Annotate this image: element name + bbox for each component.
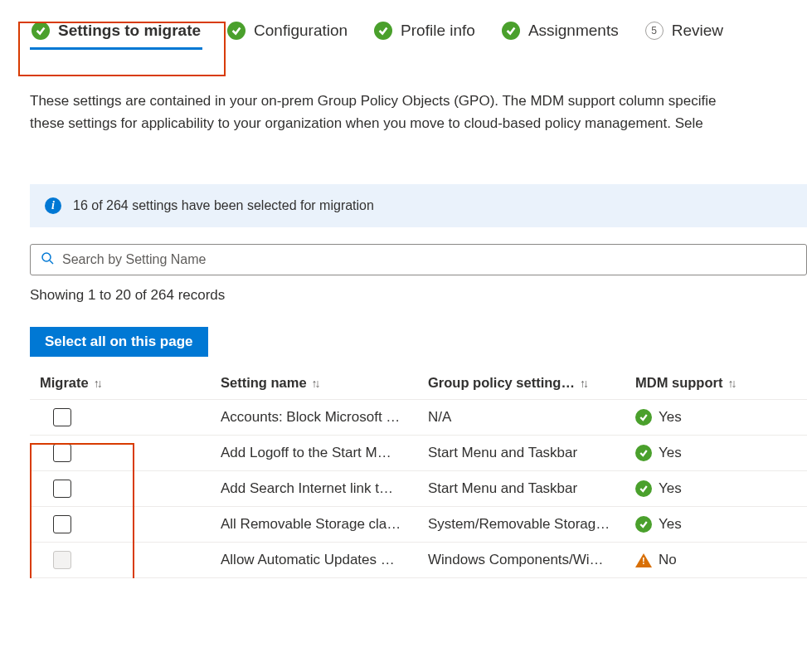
tab-profile-info[interactable]: Profile info (372, 15, 477, 46)
tab-settings-to-migrate[interactable]: Settings to migrate (30, 15, 202, 46)
description-text: These settings are contained in your on-… (30, 90, 807, 134)
migrate-checkbox (53, 551, 71, 569)
tab-label: Review (672, 22, 723, 40)
success-icon (635, 480, 652, 497)
search-input[interactable] (62, 252, 796, 267)
tab-review[interactable]: 5 Review (644, 15, 725, 46)
table-row: Allow Automatic Updates … Windows Compon… (30, 543, 807, 578)
mdm-cell: Yes (635, 445, 807, 461)
table-header: Migrate ↑↓ Setting name ↑↓ Group policy … (30, 365, 807, 400)
wizard-tabs: Settings to migrate Configuration Profil… (30, 15, 807, 46)
info-bar: i 16 of 264 settings have been selected … (30, 184, 807, 227)
tab-assignments[interactable]: Assignments (500, 15, 620, 46)
tab-label: Settings to migrate (58, 22, 201, 40)
svg-line-1 (50, 261, 53, 264)
checkmark-icon (374, 22, 392, 40)
setting-name-cell: Add Logoff to the Start M… (221, 445, 428, 461)
record-count: Showing 1 to 20 of 264 records (30, 287, 807, 304)
migrate-checkbox[interactable] (53, 480, 71, 498)
setting-name-cell: Allow Automatic Updates … (221, 552, 428, 568)
table-row: Add Logoff to the Start M… Start Menu an… (30, 436, 807, 471)
table-row: Add Search Internet link t… Start Menu a… (30, 471, 807, 507)
sort-icon: ↑↓ (94, 377, 100, 390)
tab-label: Configuration (254, 22, 348, 40)
table-row: All Removable Storage cla… System/Remova… (30, 507, 807, 543)
setting-name-cell: All Removable Storage cla… (221, 516, 428, 533)
migrate-checkbox[interactable] (53, 444, 71, 462)
migrate-checkbox[interactable] (53, 408, 71, 426)
checkmark-icon (502, 22, 520, 40)
mdm-cell: Yes (635, 409, 807, 426)
select-all-button[interactable]: Select all on this page (30, 327, 208, 357)
mdm-cell: Yes (635, 516, 807, 533)
col-mdm-support[interactable]: MDM support ↑↓ (635, 375, 807, 391)
success-icon (635, 516, 652, 533)
gpo-cell: Start Menu and Taskbar (428, 480, 635, 497)
warning-icon (635, 553, 652, 567)
search-box[interactable] (30, 244, 807, 275)
gpo-cell: Windows Components/Wi… (428, 552, 635, 568)
info-text: 16 of 264 settings have been selected fo… (73, 198, 374, 213)
success-icon (635, 445, 652, 461)
mdm-cell: Yes (635, 480, 807, 497)
tab-label: Profile info (401, 22, 475, 40)
col-group-policy[interactable]: Group policy setting… ↑↓ (428, 375, 635, 391)
step-number-icon: 5 (645, 22, 664, 40)
table-row: Accounts: Block Microsoft … N/A Yes (30, 400, 807, 436)
tab-label: Assignments (528, 22, 619, 40)
mdm-cell: No (635, 552, 807, 568)
tab-configuration[interactable]: Configuration (226, 15, 349, 46)
migrate-checkbox[interactable] (53, 515, 71, 533)
gpo-cell: N/A (428, 409, 635, 426)
sort-icon: ↑↓ (727, 377, 734, 390)
search-icon (41, 251, 54, 268)
setting-name-cell: Add Search Internet link t… (221, 480, 428, 497)
sort-icon: ↑↓ (580, 377, 586, 390)
sort-icon: ↑↓ (312, 377, 318, 390)
success-icon (635, 409, 652, 426)
setting-name-cell: Accounts: Block Microsoft … (221, 409, 428, 426)
checkmark-icon (227, 22, 246, 40)
settings-table: Migrate ↑↓ Setting name ↑↓ Group policy … (30, 365, 807, 578)
checkmark-icon (32, 22, 50, 40)
svg-point-0 (42, 253, 51, 261)
info-icon: i (45, 197, 61, 214)
col-setting-name[interactable]: Setting name ↑↓ (221, 375, 428, 391)
col-migrate[interactable]: Migrate ↑↓ (30, 375, 221, 391)
gpo-cell: Start Menu and Taskbar (428, 445, 635, 461)
gpo-cell: System/Removable Storag… (428, 516, 635, 533)
